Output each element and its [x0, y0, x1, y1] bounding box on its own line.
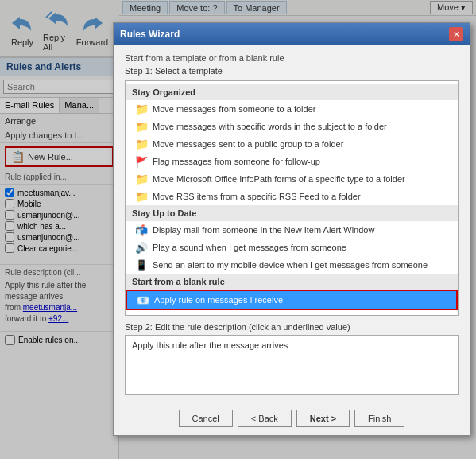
rules-wizard-dialog: Rules Wizard ✕ Start from a template or … [113, 22, 470, 436]
dialog-body: Start from a template or from a blank ru… [114, 45, 470, 435]
template-item-8[interactable]: 📱 Send an alert to my mobile device when… [126, 256, 458, 274]
template-item-7[interactable]: 🔊 Play a sound when I get messages from … [126, 239, 458, 256]
template-item-4[interactable]: 📁 Move Microsoft Office InfoPath forms o… [126, 170, 458, 188]
next-button[interactable]: Next > [296, 410, 350, 427]
folder-icon-0: 📁 [135, 103, 148, 115]
folder-icon-1: 📁 [135, 120, 148, 133]
blank-rule-icon-send: 📧 [135, 313, 148, 316]
step2-label: Step 2: Edit the rule description (click… [125, 322, 459, 332]
dialog-step1-label: Step 1: Select a template [125, 66, 459, 76]
template-item-2[interactable]: 📁 Move messages sent to a public group t… [126, 135, 458, 153]
folder-icon-5: 📁 [135, 190, 148, 203]
cancel-button[interactable]: Cancel [179, 410, 233, 427]
blank-rule-icon-receive: 📧 [137, 294, 149, 306]
mail-icon-6: 📬 [135, 224, 148, 236]
section-header-uptodate: Stay Up to Date [126, 205, 458, 221]
template-item-0[interactable]: 📁 Move messages from someone to a folder [126, 100, 458, 118]
section-header-organized: Stay Organized [126, 84, 458, 100]
flag-icon: 🚩 [135, 155, 148, 168]
sound-icon-7: 🔊 [135, 241, 148, 254]
template-item-send[interactable]: 📧 Apply rule on messages I send [126, 310, 458, 316]
dialog-title: Rules Wizard [120, 29, 180, 40]
section-header-blank: Start from a blank rule [126, 274, 458, 290]
template-item-6[interactable]: 📬 Display mail from someone in the New I… [126, 221, 458, 239]
mobile-icon-8: 📱 [135, 259, 148, 271]
template-list: Stay Organized 📁 Move messages from some… [125, 80, 459, 316]
template-item-1[interactable]: 📁 Move messages with specific words in t… [126, 118, 458, 135]
folder-icon-4: 📁 [135, 173, 148, 185]
dialog-titlebar: Rules Wizard ✕ [114, 23, 470, 45]
finish-button[interactable]: Finish [354, 410, 404, 427]
template-item-3[interactable]: 🚩 Flag messages from someone for follow-… [126, 153, 458, 170]
step2-content: Apply this rule after the message arrive… [125, 335, 459, 395]
folder-icon-2: 📁 [135, 138, 148, 150]
template-item-receive[interactable]: 📧 Apply rule on messages I receive [126, 290, 458, 310]
back-button[interactable]: < Back [238, 410, 292, 427]
template-item-5[interactable]: 📁 Move RSS items from a specific RSS Fee… [126, 188, 458, 205]
dialog-buttons: Cancel < Back Next > Finish [125, 403, 459, 427]
dialog-close-button[interactable]: ✕ [449, 27, 463, 41]
dialog-subtitle: Start from a template or from a blank ru… [125, 53, 459, 63]
